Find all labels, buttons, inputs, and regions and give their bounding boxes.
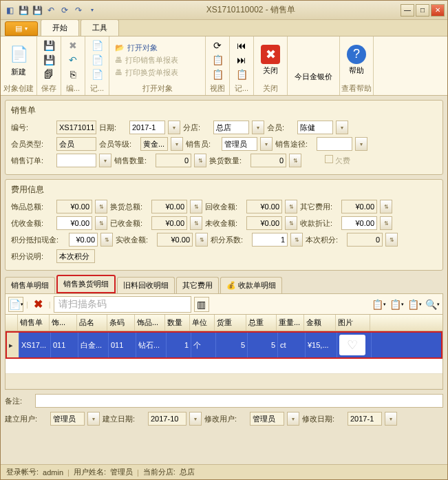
- saveas-icon[interactable]: 💾: [41, 53, 56, 67]
- rec1-icon[interactable]: 📄: [89, 39, 105, 52]
- app-menu-button[interactable]: ▤▾: [5, 21, 38, 36]
- f9-spin-icon[interactable]: ⇅: [100, 233, 113, 247]
- help-button[interactable]: ?帮助: [344, 43, 369, 77]
- qat-saveclose-icon[interactable]: 💾: [31, 4, 43, 17]
- col-name[interactable]: 品名: [77, 315, 107, 331]
- col-weight[interactable]: 货重: [215, 315, 246, 331]
- staff-field[interactable]: 管理员: [222, 137, 257, 151]
- f8-field[interactable]: ¥0.00: [341, 216, 377, 230]
- cell-jewel[interactable]: 011: [51, 333, 78, 357]
- tab-sales-detail[interactable]: 销售单明细: [5, 277, 55, 293]
- sqty-spin-icon[interactable]: ⇅: [194, 154, 206, 167]
- tab-recycle-detail[interactable]: 旧料回收明细: [117, 277, 175, 293]
- f3-spin-icon[interactable]: ⇅: [285, 200, 297, 213]
- open-object-link[interactable]: 📂打开对象: [114, 42, 180, 54]
- next-icon[interactable]: ⏭: [234, 53, 249, 67]
- eqty-spin-icon[interactable]: ⇅: [289, 154, 301, 167]
- staff-drop-icon[interactable]: ▾: [260, 137, 273, 151]
- paste-icon[interactable]: ⎘: [65, 67, 81, 81]
- tb-d-icon[interactable]: 🔍▾: [425, 297, 440, 312]
- cell-image[interactable]: ♡: [337, 333, 372, 357]
- close-button[interactable]: ✕: [431, 4, 445, 17]
- col-qty[interactable]: 数量: [165, 315, 190, 331]
- debt-checkbox[interactable]: 欠费: [325, 155, 350, 166]
- tab-exchange-detail[interactable]: 销售换货明细: [56, 275, 116, 293]
- cell-amount[interactable]: ¥15,...: [306, 333, 337, 357]
- chan-drop-icon[interactable]: ▾: [355, 137, 367, 151]
- order-field[interactable]: [56, 154, 96, 167]
- cell-weight[interactable]: 5: [216, 333, 248, 357]
- f12-spin-icon[interactable]: ⇅: [385, 233, 398, 247]
- f8-spin-icon[interactable]: ⇅: [380, 216, 392, 230]
- list-icon[interactable]: 📋: [234, 67, 249, 81]
- member-field[interactable]: 陈健: [297, 121, 333, 134]
- undo-icon[interactable]: ↶: [65, 53, 81, 67]
- f7-spin-icon[interactable]: ⇅: [285, 216, 297, 230]
- f9-field[interactable]: ¥0.00: [69, 233, 98, 247]
- tb-b-icon[interactable]: 📋▾: [389, 297, 404, 312]
- f5-spin-icon[interactable]: ⇅: [95, 216, 107, 230]
- cu-drop-icon[interactable]: ▾: [87, 412, 100, 426]
- col-barcode[interactable]: 条码: [107, 315, 135, 331]
- save-icon[interactable]: 💾: [41, 39, 56, 52]
- gold-price-button[interactable]: 今日金银价: [292, 47, 335, 83]
- mu-drop-icon[interactable]: ▾: [287, 412, 299, 426]
- maximize-button[interactable]: □: [416, 4, 429, 17]
- new-button[interactable]: 📄新建: [5, 42, 32, 79]
- remark-field[interactable]: [35, 394, 443, 408]
- col-unit[interactable]: 单位: [190, 315, 215, 331]
- qat-redo-icon[interactable]: ↷: [72, 4, 85, 17]
- cell-unit[interactable]: 个: [191, 333, 216, 357]
- col-total[interactable]: 总重: [246, 315, 277, 331]
- delete-icon[interactable]: ✖: [65, 39, 81, 52]
- col-jewel[interactable]: 饰...: [50, 315, 77, 331]
- f5-field[interactable]: ¥0.00: [56, 216, 92, 230]
- tb-a-icon[interactable]: 📋▾: [371, 297, 386, 312]
- rec3-icon[interactable]: 📄: [89, 67, 105, 81]
- minimize-button[interactable]: —: [401, 4, 414, 17]
- branch-field[interactable]: 总店: [213, 121, 249, 134]
- col-image[interactable]: 图片: [336, 315, 370, 331]
- cell-qty[interactable]: 1: [167, 333, 191, 357]
- cell-total[interactable]: 5: [248, 333, 278, 357]
- branch-drop-icon[interactable]: ▾: [252, 121, 264, 134]
- cell-wunit[interactable]: ct: [278, 333, 306, 357]
- col-jewel2[interactable]: 饰品...: [135, 315, 165, 331]
- md-drop-icon[interactable]: ▾: [385, 412, 397, 426]
- copy-icon[interactable]: 🗐: [41, 67, 56, 81]
- cd-drop-icon[interactable]: ▾: [189, 412, 202, 426]
- f1-spin-icon[interactable]: ⇅: [95, 200, 107, 213]
- cell-sales[interactable]: XS17...: [19, 333, 51, 357]
- delete-row-button[interactable]: ✖: [31, 297, 46, 312]
- grid-row[interactable]: ▸ XS17... 011 白金... 011 钻石... 1 个 5 5 ct…: [6, 331, 442, 359]
- mlevel-drop-icon[interactable]: ▾: [171, 137, 183, 151]
- f4-spin-icon[interactable]: ⇅: [380, 200, 392, 213]
- f11-field[interactable]: 1: [252, 233, 288, 247]
- barcode-input[interactable]: 请扫描条码: [54, 296, 191, 313]
- col-amount[interactable]: 金额: [304, 315, 336, 331]
- tab-receipt-detail[interactable]: 💰收款单明细: [220, 277, 282, 293]
- f10-spin-icon[interactable]: ⇅: [195, 233, 208, 247]
- prev-icon[interactable]: ⏮: [234, 39, 249, 52]
- qat-save-icon[interactable]: 💾: [17, 4, 30, 17]
- qat-undo-icon[interactable]: ↶: [45, 4, 57, 17]
- close-object-button[interactable]: ✖关闭: [258, 43, 283, 77]
- tb-c-icon[interactable]: 📋▾: [407, 297, 422, 312]
- f6-spin-icon[interactable]: ⇅: [190, 216, 202, 230]
- date-field[interactable]: 2017-1: [129, 121, 165, 134]
- col-wunit[interactable]: 重量...: [277, 315, 304, 331]
- chan-field[interactable]: [317, 137, 352, 151]
- refresh-icon[interactable]: ⟳: [210, 39, 225, 52]
- cell-name[interactable]: 白金...: [78, 333, 109, 357]
- member-drop-icon[interactable]: ▾: [336, 121, 348, 134]
- barcode-icon[interactable]: ▥: [194, 297, 209, 312]
- tab-start[interactable]: 开始: [41, 19, 79, 36]
- tab-tools[interactable]: 工具: [81, 19, 119, 36]
- view1-icon[interactable]: 📋: [210, 53, 225, 67]
- f2-spin-icon[interactable]: ⇅: [190, 200, 202, 213]
- rec2-icon[interactable]: 📄: [89, 53, 105, 67]
- qat-refresh-icon[interactable]: ⟳: [58, 4, 71, 17]
- col-sales[interactable]: 销售单: [18, 315, 50, 331]
- f11-spin-icon[interactable]: ⇅: [290, 233, 303, 247]
- cell-jewel2[interactable]: 钻石...: [136, 333, 167, 357]
